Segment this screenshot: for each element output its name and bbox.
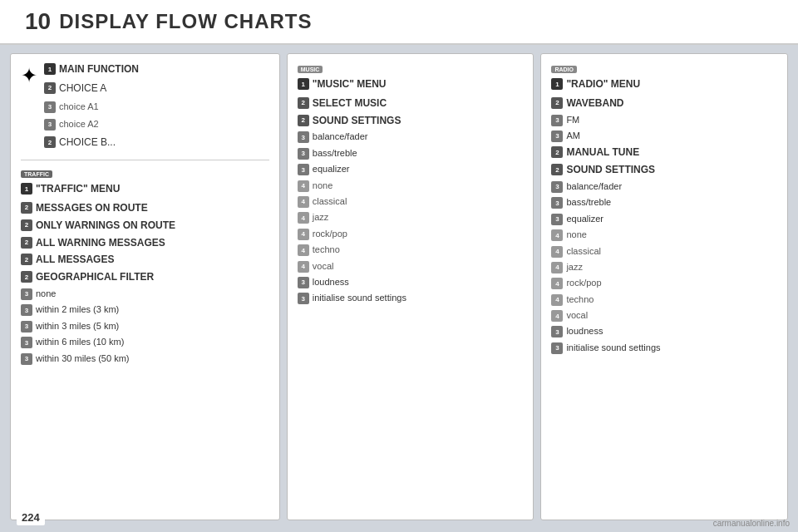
r-badge-4a: 4 xyxy=(551,229,563,241)
choice-a1-label: choice A1 xyxy=(59,101,99,113)
eq-jazz: 4 jazz xyxy=(298,211,524,224)
radio-sound-settings: 2 SOUND SETTINGS xyxy=(551,163,777,177)
m-badge-3a: 3 xyxy=(298,131,309,143)
r-balance-fader-label: balance/fader xyxy=(566,180,622,193)
t-badge-2c: 2 xyxy=(21,237,32,249)
eq-classical: 4 classical xyxy=(298,195,524,208)
eq-vocal-label: vocal xyxy=(313,260,334,273)
choice-a2-item: 3 choice A2 xyxy=(44,118,139,131)
fm: 3 FM xyxy=(551,114,777,126)
bass-treble-label: bass/treble xyxy=(313,147,357,160)
r-badge-3g: 3 xyxy=(551,342,563,354)
t-badge-3d: 3 xyxy=(21,337,32,348)
choice-b-label: CHOICE B... xyxy=(59,135,116,150)
m-badge-4c: 4 xyxy=(298,212,309,224)
r-badge-3b: 3 xyxy=(551,131,563,142)
geographical-filter-label: GEOGRAPHICAL FILTER xyxy=(36,270,154,284)
badge-3a: 3 xyxy=(44,101,56,113)
r-badge-4e: 4 xyxy=(551,294,563,306)
watermark: carmanualonline.info xyxy=(713,519,790,528)
left-panel: ✦ 1 MAIN FUNCTION 2 CHOICE A 3 choice A1… xyxy=(10,53,280,520)
chapter-title: DISPLAY FLOW CHARTS xyxy=(59,10,312,33)
balance-fader: 3 balance/fader xyxy=(298,131,524,143)
r-eq-classical-label: classical xyxy=(566,245,601,258)
traffic-section: TRAFFIC 1 "TRAFFIC" MENU 2 MESSAGES ON R… xyxy=(21,167,269,365)
m-badge-1: 1 xyxy=(298,78,309,90)
choice-a-item: 2 CHOICE A xyxy=(44,81,139,96)
traffic-icon: TRAFFIC xyxy=(21,170,52,178)
t-badge-3b: 3 xyxy=(21,304,32,316)
initialise-sound-label: initialise sound settings xyxy=(313,292,406,304)
r-eq-techno: 4 techno xyxy=(551,293,777,306)
badge-1: 1 xyxy=(44,63,56,75)
r-badge-3f: 3 xyxy=(551,326,563,337)
r-eq-none: 4 none xyxy=(551,229,777,241)
sound-settings: 2 SOUND SETTINGS xyxy=(298,114,524,128)
sound-settings-label: SOUND SETTINGS xyxy=(313,114,401,128)
r-badge-2c: 2 xyxy=(551,164,563,175)
am: 3 AM xyxy=(551,130,777,142)
r-loudness-label: loudness xyxy=(566,325,603,337)
r-badge-4c: 4 xyxy=(551,262,563,273)
all-messages-label: ALL MESSAGES xyxy=(36,253,114,267)
m-badge-4f: 4 xyxy=(298,261,309,273)
eq-rockpop-label: rock/pop xyxy=(313,228,347,240)
select-music-label: SELECT MUSIC xyxy=(313,96,387,111)
r-eq-vocal-label: vocal xyxy=(566,309,588,322)
right-panel: RADIO 1 "RADIO" MENU 2 WAVEBAND 3 FM 3 A… xyxy=(540,53,788,520)
filter-3miles-label: within 3 miles (5 km) xyxy=(36,320,119,332)
fm-label: FM xyxy=(566,114,579,126)
main-function-label: MAIN FUNCTION xyxy=(59,62,139,76)
geographical-filter: 2 GEOGRAPHICAL FILTER xyxy=(21,270,269,284)
r-balance-fader: 3 balance/fader xyxy=(551,180,777,193)
badge-2: 2 xyxy=(44,82,56,94)
am-label: AM xyxy=(566,130,580,142)
r-bass-treble-label: bass/treble xyxy=(566,196,611,209)
m-badge-4b: 4 xyxy=(298,196,309,208)
m-badge-3d: 3 xyxy=(298,277,309,288)
loudness-label: loudness xyxy=(313,276,349,288)
filter-6miles-label: within 6 miles (10 km) xyxy=(36,336,124,348)
t-badge-2d: 2 xyxy=(21,254,32,265)
content-area: ✦ 1 MAIN FUNCTION 2 CHOICE A 3 choice A1… xyxy=(0,45,798,529)
eq-jazz-label: jazz xyxy=(313,211,329,224)
r-badge-4b: 4 xyxy=(551,246,563,258)
badge-3b: 3 xyxy=(44,119,56,131)
messages-on-route-label: MESSAGES ON ROUTE xyxy=(36,201,148,215)
eq-none: 4 none xyxy=(298,180,524,192)
radio-menu-title: 1 "RADIO" MENU xyxy=(551,77,777,91)
manual-tune: 2 MANUAL TUNE xyxy=(551,145,777,160)
loudness: 3 loudness xyxy=(298,276,524,288)
eq-rockpop: 4 rock/pop xyxy=(298,228,524,240)
choice-a-label: CHOICE A xyxy=(59,81,106,96)
choice-a1-item: 3 choice A1 xyxy=(44,101,139,113)
filter-none: 3 none xyxy=(21,288,269,300)
waveband: 2 WAVEBAND xyxy=(551,96,777,111)
waveband-label: WAVEBAND xyxy=(566,96,623,111)
initialise-sound: 3 initialise sound settings xyxy=(298,292,524,304)
r-initialise-sound-label: initialise sound settings xyxy=(566,342,660,354)
filter-3miles: 3 within 3 miles (5 km) xyxy=(21,320,269,332)
all-warning-messages: 2 ALL WARNING MESSAGES xyxy=(21,236,269,250)
main-function-list: 1 MAIN FUNCTION 2 CHOICE A 3 choice A1 3… xyxy=(44,62,139,153)
t-badge-3a: 3 xyxy=(21,288,32,300)
middle-panel: MUSIC 1 "MUSIC" MENU 2 SELECT MUSIC 2 SO… xyxy=(287,53,534,520)
t-badge-2a: 2 xyxy=(21,202,32,214)
r-badge-2a: 2 xyxy=(551,97,563,109)
r-badge-3d: 3 xyxy=(551,197,563,209)
r-eq-none-label: none xyxy=(566,229,586,241)
music-menu-label: "MUSIC" MENU xyxy=(313,77,387,91)
m-badge-4a: 4 xyxy=(298,180,309,192)
r-eq-vocal: 4 vocal xyxy=(551,309,777,322)
m-badge-3e: 3 xyxy=(298,293,309,304)
radio-menu-label: "RADIO" MENU xyxy=(566,77,640,91)
r-equalizer: 3 equalizer xyxy=(551,213,777,225)
star-icon: ✦ xyxy=(21,64,37,87)
only-warnings-label: ONLY WARNINGS ON ROUTE xyxy=(36,219,175,233)
eq-techno: 4 techno xyxy=(298,244,524,256)
r-equalizer-label: equalizer xyxy=(566,213,603,225)
t-badge-2e: 2 xyxy=(21,271,32,283)
r-eq-rockpop: 4 rock/pop xyxy=(551,277,777,289)
r-badge-1: 1 xyxy=(551,78,563,90)
t-badge-3c: 3 xyxy=(21,321,32,332)
